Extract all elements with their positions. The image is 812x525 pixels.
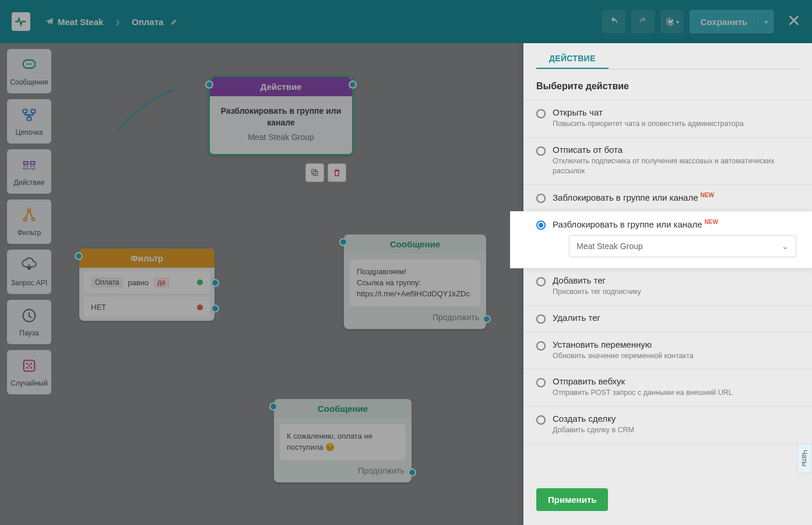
group-select[interactable]: Meat Steak Group⌄ — [569, 235, 796, 257]
svg-point-4 — [29, 63, 30, 64]
svg-point-21 — [30, 366, 32, 368]
copy-icon — [310, 168, 319, 177]
caret-down-icon: ▾ — [676, 19, 679, 25]
action-option-add-tag[interactable]: Добавить тегПрисвоить тег подписчику — [523, 268, 812, 305]
tool-random[interactable]: Случайный — [7, 350, 51, 394]
action-option-remove-tag[interactable]: Удалить тег — [523, 305, 812, 332]
port-in[interactable] — [75, 252, 83, 260]
radio-icon — [536, 378, 546, 387]
api-icon — [21, 257, 37, 275]
radio-icon — [536, 277, 546, 286]
new-badge: NEW — [705, 219, 718, 225]
save-dropdown-button[interactable]: ▾ — [758, 10, 774, 33]
port-in[interactable] — [339, 238, 347, 246]
option-title: Удалить тег — [553, 313, 799, 323]
trash-icon — [332, 168, 342, 177]
delete-node-button[interactable] — [328, 163, 346, 182]
tool-label: Цепочка — [16, 128, 43, 136]
breadcrumb-sep-icon: › — [115, 13, 120, 31]
logo[interactable] — [12, 12, 30, 31]
port-in[interactable] — [205, 80, 213, 89]
port-out-yes[interactable] — [211, 279, 219, 287]
tool-label: Сообщение — [10, 78, 48, 86]
option-title: Заблокировать в группе или каналеNEW — [553, 192, 799, 202]
action-option-open-chat[interactable]: Открыть чатПовысить приоритет чата и опо… — [523, 100, 812, 137]
breadcrumb: Meat Steak › Оплата — [45, 13, 178, 31]
history-button[interactable]: ▾ — [660, 10, 684, 33]
node-filter-title: Фильтр — [79, 249, 215, 268]
port-out[interactable] — [483, 315, 491, 323]
action-option-create-deal[interactable]: Создать сделкуДобавить сделку в CRM — [523, 406, 812, 444]
panel-title: ДЕЙСТВИЕ — [536, 43, 609, 69]
action-option-webhook[interactable]: Отправить вебхукОтправить POST запрос с … — [523, 369, 812, 406]
svg-point-22 — [28, 365, 30, 366]
tool-filter[interactable]: Фильтр — [7, 200, 51, 244]
pause-icon — [21, 307, 37, 326]
redo-button[interactable] — [631, 10, 655, 33]
undo-icon — [609, 16, 619, 27]
action-option-block[interactable]: Заблокировать в группе или каналеNEW — [523, 184, 812, 211]
radio-icon — [536, 220, 546, 230]
tool-chain[interactable]: Цепочка — [7, 99, 51, 144]
message-icon — [21, 57, 37, 75]
port-out[interactable] — [408, 468, 416, 477]
action-options-list: Открыть чатПовысить приоритет чата и опо… — [523, 100, 812, 444]
option-subtitle: Отключить подписчика от получения массов… — [553, 156, 799, 176]
close-icon — [788, 14, 800, 27]
node-message-fail[interactable]: Сообщение К сожалению, оплата не поступи… — [274, 399, 412, 482]
breadcrumb-bot[interactable]: Meat Steak — [45, 17, 103, 27]
redo-icon — [638, 16, 648, 27]
tool-api[interactable]: Запрос API — [7, 250, 51, 294]
action-panel: ДЕЙСТВИЕ Выберите действие Открыть чатПо… — [523, 43, 812, 525]
action-option-set-var[interactable]: Установить переменнуюОбновить значение п… — [523, 332, 812, 369]
tool-pause[interactable]: Пауза — [7, 300, 51, 344]
port-out[interactable] — [349, 80, 357, 89]
option-subtitle: Отправить POST запрос с данными на внешн… — [553, 388, 799, 398]
radio-icon — [536, 415, 546, 425]
breadcrumb-flow[interactable]: Оплата — [132, 17, 178, 27]
option-subtitle: Повысить приоритет чата и оповестить адм… — [553, 119, 799, 129]
filter-condition-no[interactable]: НЕТ — [84, 297, 210, 317]
chats-tab[interactable]: Чаты — [797, 443, 812, 473]
node-title: Сообщение — [274, 399, 412, 418]
apply-button[interactable]: Применить — [536, 488, 608, 511]
node-filter[interactable]: Фильтр Оплата равно да НЕТ — [79, 249, 215, 321]
message-text: К сожалению, оплата не поступила 😔 — [280, 424, 406, 460]
svg-point-14 — [24, 218, 27, 220]
svg-rect-10 — [30, 162, 34, 164]
filter-condition-yes[interactable]: Оплата равно да — [84, 271, 210, 293]
copy-node-button[interactable] — [305, 163, 324, 182]
action-option-unsubscribe[interactable]: Отписать от ботаОтключить подписчика от … — [523, 137, 812, 184]
action-option-unblock[interactable]: Разблокировать в группе или каналеNEWMea… — [523, 211, 812, 268]
svg-point-19 — [30, 362, 32, 364]
svg-rect-0 — [313, 171, 317, 175]
tool-message[interactable]: Сообщение — [7, 49, 51, 93]
node-message-success[interactable]: Сообщение Поздравляем! Ссылка на группу:… — [344, 235, 486, 329]
option-subtitle: Присвоить тег подписчику — [553, 287, 799, 297]
option-title: Открыть чат — [553, 107, 799, 117]
close-button[interactable] — [788, 13, 800, 31]
svg-rect-7 — [31, 109, 36, 113]
status-dot-green-icon — [197, 279, 203, 285]
node-action[interactable]: Действие Разблокировать в группе или кан… — [209, 76, 353, 155]
breadcrumb-flow-label: Оплата — [132, 17, 163, 27]
radio-icon — [536, 109, 546, 118]
option-title: Разблокировать в группе или каналеNEW — [553, 219, 799, 229]
filter-field: Оплата — [91, 277, 123, 288]
select-value: Meat Steak Group — [577, 242, 643, 251]
save-button[interactable]: Сохранить — [690, 10, 758, 33]
status-dot-red-icon — [197, 304, 203, 310]
option-title: Установить переменную — [553, 340, 799, 349]
radio-icon — [536, 314, 546, 324]
node-action-subtitle: Разблокировать в группе или канале — [217, 106, 345, 128]
tool-label: Фильтр — [17, 229, 41, 237]
radio-icon — [536, 341, 546, 351]
port-out-no[interactable] — [211, 304, 219, 313]
node-action-group: Meat Steak Group — [217, 132, 345, 144]
svg-rect-8 — [27, 117, 31, 120]
undo-button[interactable] — [602, 10, 625, 33]
svg-point-3 — [26, 63, 27, 64]
svg-point-13 — [28, 209, 31, 212]
tool-action[interactable]: Действие — [7, 149, 51, 194]
port-in[interactable] — [269, 402, 277, 411]
